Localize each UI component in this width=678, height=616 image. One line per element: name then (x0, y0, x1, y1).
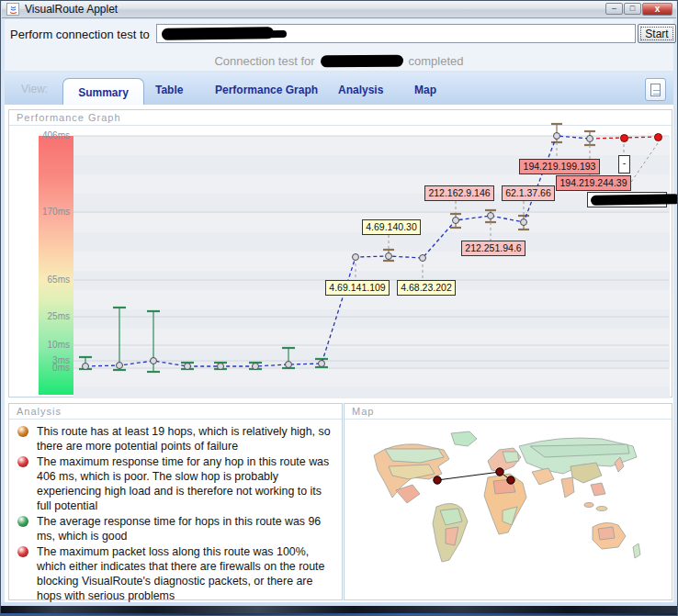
tab-analysis[interactable]: Analysis (338, 84, 383, 96)
hop-point (116, 362, 123, 369)
analysis-item: This route has at least 19 hops, which i… (17, 424, 338, 454)
map-title: Map (345, 404, 672, 420)
analysis-text: This route has at least 19 hops, which i… (37, 424, 338, 454)
hop-point (217, 363, 224, 370)
hop-point (252, 363, 259, 370)
analysis-item: The maximum response time for any hop in… (17, 454, 338, 513)
connection-toolbar: Perform connection test to Start (5, 19, 673, 50)
hop-point (385, 252, 392, 260)
hop-point (452, 217, 459, 224)
tab-performance-graph[interactable]: Performance Graph (215, 84, 318, 96)
route-node-dot (496, 468, 503, 476)
hop-point-packet-loss (654, 133, 662, 141)
hop-label: 4.69.141.109 (325, 280, 390, 296)
view-tab-bar: View: Summary Table Performance Graph An… (5, 73, 673, 105)
minimize-button[interactable]: – (605, 3, 623, 15)
route-node-dot (507, 476, 514, 484)
analysis-title: Analysis (9, 404, 342, 420)
analysis-text: The average response time for hops in th… (37, 514, 338, 543)
tab-summary[interactable]: Summary (62, 78, 144, 106)
connection-test-label: Perform connection test to (10, 28, 150, 41)
status-row: Connection test for completed (5, 50, 673, 71)
title-bar[interactable]: VisualRoute Applet – □ x (2, 1, 676, 18)
close-button[interactable]: x (642, 3, 672, 16)
hop-label: 194.219.244.39 (556, 175, 631, 191)
hop-point (285, 361, 292, 368)
analysis-item: The maximum packet loss along this route… (17, 544, 338, 603)
window-title: VisualRoute Applet (25, 3, 118, 16)
performance-graph-panel: Performance Graph 406ms170ms65ms25ms10ms… (8, 109, 672, 398)
hop-label: 212.162.9.146 (424, 185, 494, 201)
analysis-list: This route has at least 19 hops, which i… (17, 424, 338, 604)
hop-label: 4.68.23.202 (397, 280, 456, 296)
java-applet-icon (6, 3, 19, 16)
analysis-text: The maximum packet loss along this route… (37, 544, 338, 603)
view-label: View: (21, 83, 48, 95)
status-ball-icon-error (17, 456, 28, 467)
hop-point (184, 363, 191, 370)
target-host-input[interactable] (156, 24, 636, 43)
performance-chart: 406ms170ms65ms25ms10ms3ms0ms4.69.141.109… (9, 110, 673, 398)
analysis-panel: Analysis This route has at least 19 hops… (8, 403, 343, 600)
start-button[interactable]: Start (638, 24, 676, 43)
hop-label: 212.251.94.6 (461, 241, 525, 256)
hop-label: 194.219.199.193 (519, 159, 600, 174)
hop-point (352, 253, 359, 261)
hop-point (520, 218, 527, 226)
status-ball-icon-good (17, 516, 28, 527)
hop-point-packet-loss (620, 134, 628, 142)
redacted-target-host (162, 27, 274, 40)
hop-point (419, 254, 426, 262)
status-prefix: Connection test for (214, 54, 314, 68)
hop-label: 4.69.140.30 (362, 219, 421, 235)
taskbar-strip (1, 606, 677, 615)
hop-point (150, 357, 157, 364)
chart-lines-layer (9, 110, 673, 398)
analysis-text: The maximum response time for any hop in… (37, 454, 338, 513)
tab-table[interactable]: Table (155, 84, 183, 96)
map-panel: Map (344, 403, 672, 600)
maximize-button[interactable]: □ (624, 3, 641, 15)
redacted-hop-address (591, 194, 678, 206)
hop-point (487, 212, 494, 219)
route-node-dot (434, 476, 441, 484)
app-window: VisualRoute Applet – □ x Perform connect… (0, 0, 678, 616)
summary-content: Performance Graph 406ms170ms65ms25ms10ms… (5, 105, 673, 602)
redacted-status-target (321, 54, 403, 67)
world-map (365, 426, 652, 593)
hop-point (586, 135, 593, 142)
tab-map[interactable]: Map (414, 84, 436, 96)
status-ball-icon-warning (17, 426, 28, 437)
report-icon-button[interactable] (645, 78, 666, 101)
hop-label: - (618, 155, 630, 174)
hop-point (553, 132, 560, 140)
analysis-item: The average response time for hops in th… (17, 514, 338, 543)
hop-point (318, 360, 325, 367)
status-suffix: completed (409, 54, 464, 68)
hop-label: 62.1.37.66 (502, 185, 555, 201)
status-ball-icon-error (17, 546, 28, 557)
hop-label-redacted (587, 192, 667, 207)
hop-point (82, 363, 89, 370)
document-icon (650, 84, 661, 96)
